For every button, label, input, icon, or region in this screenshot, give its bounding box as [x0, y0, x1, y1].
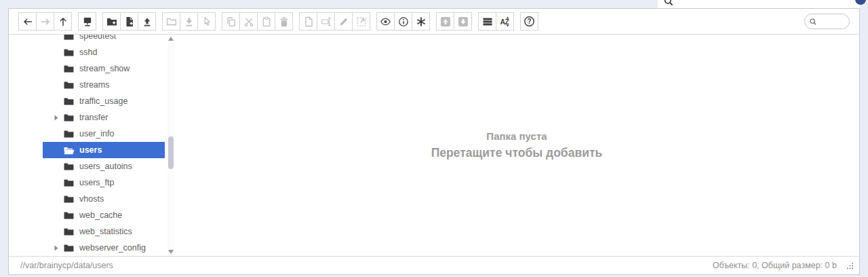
svg-text:?: ? — [527, 18, 531, 25]
toolbar-button-group — [102, 12, 156, 31]
tree-item-transfer[interactable]: transfer — [43, 109, 165, 126]
asterisk-icon — [416, 16, 427, 27]
toolbar-button-group — [436, 12, 472, 31]
folder-icon — [64, 113, 75, 122]
tree-item-webserver_config[interactable]: webserver_config — [43, 240, 165, 256]
resize-grip-icon[interactable] — [846, 262, 854, 270]
tree-item-label: vhosts — [79, 194, 104, 204]
folder-icon — [64, 179, 75, 187]
tree-item-label: stream_show — [79, 64, 130, 73]
tree-item-users[interactable]: users — [43, 142, 165, 158]
dashed-resize-icon — [356, 16, 367, 27]
empty-folder-subtitle: Перетащите чтобы добавить — [431, 144, 603, 162]
folder-icon — [64, 130, 75, 138]
tree-item-label: web_cache — [79, 210, 122, 220]
toolbar-button-group — [222, 12, 293, 31]
content-area: speedtestsshdstream_showstreamstraffic_u… — [9, 35, 859, 256]
new-folder-button[interactable] — [102, 12, 121, 31]
tree-item-label: streams — [79, 80, 109, 90]
toolbar-search[interactable] — [804, 14, 850, 29]
pointer-icon — [201, 16, 212, 27]
view-list-button[interactable] — [478, 12, 496, 31]
tree-item-sshd[interactable]: sshd — [43, 44, 165, 60]
file-icon — [303, 16, 314, 27]
clipboard-icon — [261, 16, 272, 27]
expand-caret-icon[interactable] — [54, 245, 64, 251]
select-button — [197, 12, 216, 31]
toolbar-button-group — [162, 12, 216, 31]
back-button[interactable] — [18, 12, 37, 31]
tree-item-web_cache[interactable]: web_cache — [43, 207, 165, 223]
tree-item-label: traffic_usage — [79, 96, 127, 106]
search-icon — [809, 17, 817, 26]
tree-item-label: users_ftp — [79, 178, 114, 187]
info-circle-icon — [398, 16, 409, 27]
toolbar-button-group — [78, 12, 96, 31]
open-folder-icon — [64, 146, 75, 155]
tree-item-label: transfer — [79, 113, 108, 122]
info-button[interactable] — [394, 12, 412, 31]
rename-button — [317, 12, 335, 31]
tree-item-label: web_statistics — [79, 227, 132, 236]
folder-icon — [64, 97, 75, 106]
tree-item-vhosts[interactable]: vhosts — [43, 191, 165, 207]
edit-button — [334, 12, 353, 31]
search-input[interactable] — [819, 18, 845, 26]
arrow-right-icon — [40, 16, 51, 27]
folder-icon — [64, 162, 75, 171]
tree-item-label: webserver_config — [79, 243, 146, 253]
selection-summary: Объекты: 0, Общий размер: 0 b — [713, 261, 837, 270]
status-bar: //var/brainycp/data/users Объекты: 0, Об… — [9, 256, 859, 274]
tree-item-speedtest[interactable]: speedtest — [43, 35, 165, 44]
hidden-files-button[interactable] — [412, 12, 430, 31]
upload-icon — [142, 16, 153, 27]
duplicate-button — [299, 12, 317, 31]
upload-button[interactable] — [138, 12, 156, 31]
background-search-icon — [663, 0, 674, 7]
help-button[interactable]: ? — [520, 12, 538, 31]
file-list-area[interactable]: Папка пуста Перетащите чтобы добавить — [174, 35, 859, 256]
folder-icon — [64, 195, 75, 204]
arrow-left-icon — [22, 16, 33, 27]
sort-button[interactable]: AZ — [496, 12, 514, 31]
toolbar: AZ? — [9, 9, 859, 35]
copy-button — [222, 12, 240, 31]
expand-caret-icon[interactable] — [54, 115, 64, 121]
scroll-down-arrow[interactable] — [167, 248, 174, 256]
tree-item-web_statistics[interactable]: web_statistics — [43, 223, 165, 240]
background-searchbar-fragment — [658, 0, 860, 8]
delete-button — [275, 12, 293, 31]
tree-item-user_info[interactable]: user_info — [43, 126, 165, 142]
folder-icon — [64, 48, 75, 57]
arrow-up-icon — [58, 16, 68, 27]
folder-icon — [64, 64, 75, 73]
toolbar-button-group — [299, 12, 370, 31]
folder-icon — [64, 227, 75, 236]
network-mount-button[interactable] — [78, 12, 96, 31]
tree-item-users_autoins[interactable]: users_autoins — [43, 158, 165, 174]
folder-icon — [64, 244, 75, 253]
tree-item-users_ftp[interactable]: users_ftp — [43, 174, 165, 191]
az-sort-icon: AZ — [500, 16, 511, 27]
svg-text:AZ: AZ — [500, 18, 509, 26]
extract-button — [454, 12, 472, 31]
network-icon — [82, 16, 93, 27]
tree-item-stream_show[interactable]: stream_show — [43, 60, 165, 77]
empty-folder-title: Папка пуста — [486, 129, 547, 145]
current-path: //var/brainycp/data/users — [20, 261, 113, 270]
up-button[interactable] — [54, 12, 72, 31]
folder-outline-icon — [166, 16, 177, 27]
new-file-button[interactable] — [120, 12, 138, 31]
tree-item-traffic_usage[interactable]: traffic_usage — [43, 93, 165, 109]
archive-button — [436, 12, 454, 31]
download-button — [180, 12, 198, 31]
folder-icon — [64, 81, 75, 90]
preview-button[interactable] — [376, 12, 395, 31]
scrollbar-thumb[interactable] — [168, 136, 174, 169]
scroll-up-arrow[interactable] — [167, 35, 174, 43]
tree-item-streams[interactable]: streams — [43, 77, 165, 93]
tree-scrollbar[interactable] — [167, 35, 174, 256]
square-arrow-up-icon — [440, 16, 451, 27]
file-plus-icon — [124, 16, 135, 27]
help-circle-icon: ? — [524, 16, 535, 27]
